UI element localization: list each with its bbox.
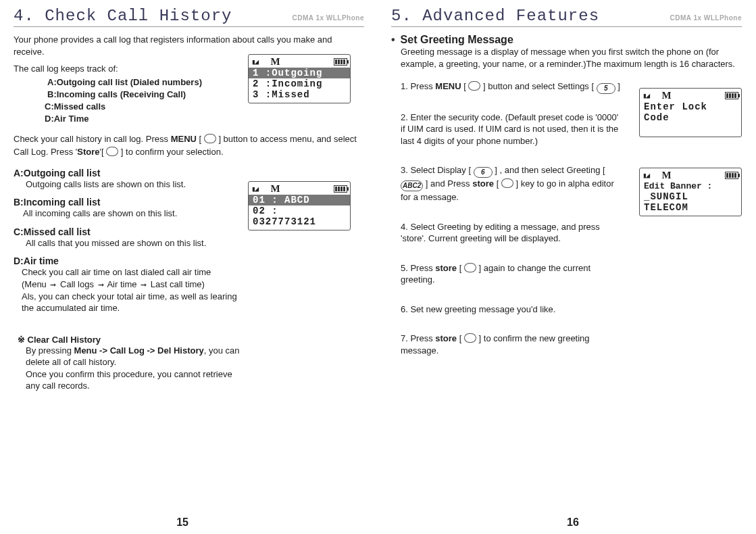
page-number: 15 [176,516,188,529]
store-key-icon [106,147,118,156]
list-item: D:Air Time [45,113,364,125]
lcd-row: 01 : ABCD [249,195,350,205]
section-body: All calls that you missed are shown on t… [26,237,242,249]
step-4: 4. Select Greeting by editing a message,… [401,221,624,245]
section-body: Outgoing calls lists are shown on this l… [26,178,242,191]
m-icon: M [662,90,672,101]
signal-icon [251,185,257,193]
lcd-row: Code [640,112,741,123]
lcd-row: _SUNGIL [640,191,741,202]
lcd-screen-1: M 1 :Outgoing 2 :Incoming 3 :Missed [248,54,351,103]
key-6-icon: 6 [474,167,493,178]
paragraph: Check your call history in call log. Pre… [14,133,364,157]
title-row: 5. Advanced Features CDMA 1x WLLPhone [391,7,742,27]
arrow-icon [139,279,148,289]
status-bar: M [249,182,350,195]
m-icon: M [662,170,672,181]
section-heading: D:Air time [14,256,364,266]
page-16: 5. Advanced Features CDMA 1x WLLPhone •S… [378,0,755,534]
key-5-icon: 5 [597,83,615,94]
battery-icon [725,92,738,99]
status-bar: M [249,55,350,68]
feature-heading-row: •Set Greeting Message [391,34,742,46]
page-title: 5. Advanced Features [391,7,599,25]
lcd-screen-2: M 01 : ABCD 02 : 0327773121 [248,181,351,230]
lcd-row: Enter Lock [640,101,741,112]
lcd-row [640,123,741,134]
model-label: CDMA 1x WLLPhone [670,14,742,22]
page-number: 16 [567,516,579,529]
status-bar: M [640,89,741,101]
title-row: 4. Check Call History CDMA 1x WLLPhone [14,7,364,27]
section-heading: A:Outgoing call list [14,168,364,178]
signal-icon [642,171,649,180]
key-abc2-icon: ABC2 [401,180,423,191]
bullet-icon: • [391,34,395,45]
step-1: 1. Press MENU [ ] button and select Sett… [401,80,624,94]
lcd-row: 1 :Outgoing [249,68,350,78]
lcd-row: 0327773121 [249,216,350,227]
section-body: Check you call air time on last dialed c… [22,266,238,314]
step-7: 7. Press store [ ] to confirm the new gr… [401,333,624,356]
section-body: All incoming calls are shown on this lis… [23,208,239,220]
lcd-row: 2 :Incoming [249,78,350,89]
arrow-icon [49,279,57,289]
lcd-screen-4: M Edit Banner : _SUNGIL TELECOM [639,168,742,216]
page-title: 4. Check Call History [14,7,232,25]
battery-icon [334,58,347,66]
battery-icon [334,185,347,193]
feature-intro: Greeting message is a display of message… [401,46,742,70]
lcd-row: TELECOM [640,202,741,213]
step-5: 5. Press store [ ] again to change the c… [401,262,624,286]
model-label: CDMA 1x WLLPhone [292,14,364,22]
note-body: By pressing Menu -> Call Log -> Del Hist… [26,345,242,392]
note-heading: ※ Clear Call History [18,335,364,345]
m-icon: M [271,56,280,68]
m-icon: M [271,183,280,195]
signal-icon [642,91,649,100]
lcd-row: 02 : [249,205,350,216]
menu-key-icon [204,134,216,143]
lcd-row: Edit Banner : [640,181,741,191]
menu-key-icon [468,81,480,91]
store-key-icon [464,333,476,343]
page-15: 4. Check Call History CDMA 1x WLLPhone Y… [0,0,378,534]
battery-icon [725,172,738,179]
lcd-screen-3: M Enter Lock Code [639,88,742,137]
step-2: 2. Enter the security code. (Default pre… [401,112,624,147]
feature-heading: Set Greeting Message [401,34,513,45]
step-6: 6. Set new greeting message you'd like. [401,304,624,316]
store-key-icon [501,178,513,188]
store-key-icon [464,263,476,272]
lcd-row: 3 :Missed [249,89,350,100]
signal-icon [251,57,257,66]
status-bar: M [640,168,741,181]
step-3: 3. Select Display [ 6 ] , and then selec… [401,164,624,203]
arrow-icon [97,279,105,289]
